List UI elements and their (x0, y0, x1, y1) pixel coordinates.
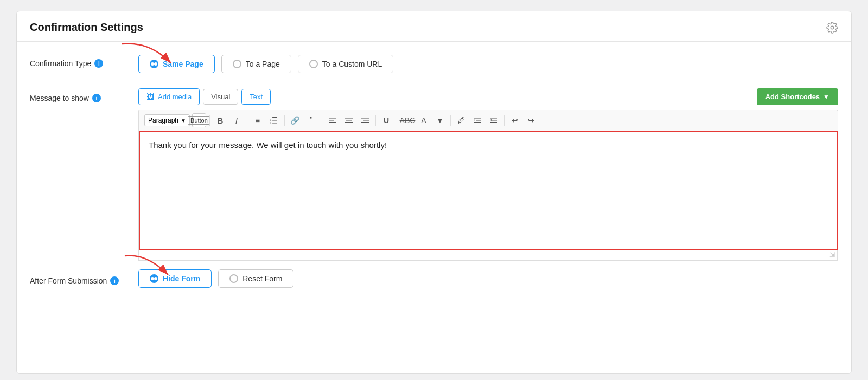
toolbar-separator-6 (397, 115, 397, 126)
radio-reset-form-circle (229, 274, 238, 283)
panel-title: Confirmation Settings (30, 21, 143, 34)
chevron-down-icon: ▼ (823, 93, 829, 101)
toolbar-separator-4 (322, 115, 322, 126)
confirmation-settings-panel: Confirmation Settings Confirmation Typ (16, 11, 852, 374)
radio-hide-form-circle (150, 274, 158, 283)
blockquote-icon[interactable]: " (304, 113, 318, 127)
paragraph-select[interactable]: Paragraph ▼ (144, 114, 190, 126)
toolbar-separator-7 (450, 115, 451, 126)
radio-to-a-page-circle (233, 60, 241, 68)
editor-content-area[interactable]: Thank you for your message. We will get … (139, 131, 838, 250)
editor-toolbar: Paragraph ▼ Button B I ≡ 123 🔗 (138, 110, 838, 131)
svg-rect-23 (490, 122, 497, 123)
add-media-button[interactable]: 🖼 Add media (138, 88, 200, 105)
after-submission-options: Hide Form Reset Form (138, 269, 293, 288)
radio-to-a-page[interactable]: To a Page (221, 55, 291, 73)
after-submission-info-icon[interactable]: i (110, 276, 119, 285)
unordered-list-icon[interactable]: ≡ (251, 113, 265, 127)
svg-rect-8 (329, 118, 336, 119)
underline-icon[interactable]: U (379, 113, 393, 127)
toolbar-separator-5 (375, 115, 376, 126)
svg-rect-13 (345, 122, 353, 123)
svg-rect-18 (476, 120, 481, 121)
dropdown-arrow-icon: ▼ (181, 118, 186, 124)
svg-rect-12 (346, 120, 352, 121)
redo-icon[interactable]: ↪ (524, 113, 538, 127)
remove-format-icon[interactable]: 🖉 (454, 113, 468, 127)
confirmation-type-label: Confirmation Type i (30, 55, 138, 68)
radio-reset-form[interactable]: Reset Form (218, 269, 293, 288)
svg-rect-15 (363, 120, 369, 121)
undo-icon[interactable]: ↩ (508, 113, 522, 127)
editor-top-bar: 🖼 Add media Visual Text Add Shortcodes ▼ (138, 88, 838, 105)
editor-section: 🖼 Add media Visual Text Add Shortcodes ▼ (138, 88, 838, 261)
font-color-dropdown-icon[interactable]: ▼ (433, 113, 447, 127)
svg-rect-10 (329, 122, 336, 123)
radio-same-page-circle (150, 60, 158, 68)
svg-rect-14 (361, 118, 369, 119)
svg-rect-17 (474, 118, 481, 119)
editor-top-left: 🖼 Add media Visual Text (138, 88, 271, 105)
svg-rect-22 (492, 120, 497, 121)
add-shortcodes-button[interactable]: Add Shortcodes ▼ (757, 88, 838, 105)
svg-rect-3 (272, 120, 277, 121)
bold-icon[interactable]: B (213, 113, 227, 127)
text-tab-button[interactable]: Text (241, 89, 271, 105)
align-center-icon[interactable] (342, 113, 356, 127)
svg-text:3: 3 (270, 121, 272, 124)
confirmation-type-options: Same Page To a Page To a Custom URL (138, 55, 393, 73)
indent-increase-icon[interactable] (470, 113, 484, 127)
after-submission-label: After Form Submission i (30, 272, 138, 285)
link-icon[interactable]: 🔗 (288, 113, 302, 127)
font-color-icon[interactable]: A (417, 113, 431, 127)
svg-point-0 (831, 26, 834, 29)
radio-hide-form[interactable]: Hide Form (138, 269, 212, 288)
svg-marker-20 (474, 119, 475, 121)
add-media-icon: 🖼 (146, 92, 155, 101)
message-to-show-info-icon[interactable]: i (92, 94, 101, 102)
resize-handle[interactable]: ⇲ (139, 250, 838, 260)
svg-rect-21 (490, 118, 497, 119)
resize-icon: ⇲ (829, 251, 835, 259)
message-to-show-row: Message to show i 🖼 Add media Visual (30, 88, 838, 261)
toolbar-separator-1 (209, 115, 210, 126)
svg-rect-19 (474, 122, 481, 123)
toolbar-separator-3 (284, 115, 285, 126)
toolbar-separator-2 (247, 115, 247, 126)
svg-rect-2 (272, 117, 277, 118)
panel-header: Confirmation Settings (17, 11, 851, 41)
confirmation-type-row: Confirmation Type i Same Page To a Page … (30, 55, 838, 73)
visual-tab-button[interactable]: Visual (203, 89, 238, 105)
gear-icon[interactable] (826, 22, 838, 34)
svg-rect-9 (329, 120, 334, 121)
strikethrough-icon[interactable]: ABC (400, 113, 414, 127)
radio-custom-url[interactable]: To a Custom URL (298, 55, 393, 73)
svg-rect-4 (272, 123, 277, 124)
form-body: Confirmation Type i Same Page To a Page … (17, 42, 851, 301)
italic-icon[interactable]: I (229, 113, 244, 127)
confirmation-type-info-icon[interactable]: i (94, 59, 103, 68)
align-right-icon[interactable] (358, 113, 372, 127)
indent-decrease-icon[interactable] (487, 113, 501, 127)
svg-rect-16 (361, 122, 369, 123)
toolbar-separator-8 (504, 115, 505, 126)
svg-marker-24 (490, 119, 492, 121)
message-to-show-label: Message to show i (30, 88, 138, 102)
radio-custom-url-circle (309, 60, 318, 68)
svg-rect-11 (345, 118, 353, 119)
ordered-list-icon[interactable]: 123 (267, 113, 281, 127)
button-toolbar-btn[interactable]: Button (192, 113, 206, 127)
align-left-icon[interactable] (326, 113, 340, 127)
after-form-submission-row: After Form Submission i Hide Form Reset … (30, 269, 838, 288)
radio-same-page[interactable]: Same Page (138, 55, 215, 73)
